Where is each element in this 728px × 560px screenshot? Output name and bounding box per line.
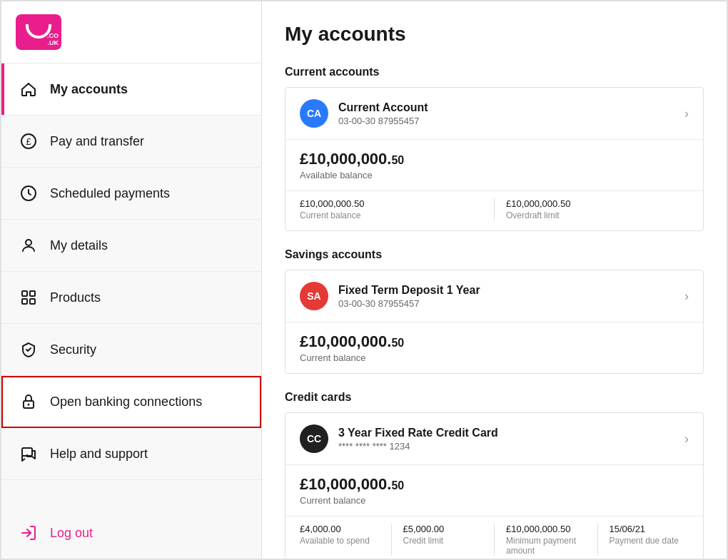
svg-rect-4	[22, 291, 27, 296]
sidebar-item-security[interactable]: Security	[1, 324, 261, 376]
page-title: My accounts	[285, 23, 704, 46]
payment-due-date-label: Payment due date	[610, 536, 689, 546]
current-account-balance-main: £10,000,000.	[300, 150, 391, 168]
current-account-info: Current Account 03-00-30 87955457	[338, 101, 684, 126]
savings-account-header[interactable]: SA Fixed Term Deposit 1 Year 03-00-30 87…	[285, 270, 703, 322]
sidebar-item-open-banking[interactable]: Open banking connections	[1, 376, 261, 428]
current-account-header[interactable]: CA Current Account 03-00-30 87955457 ›	[285, 88, 703, 140]
available-to-spend-value: £4,000.00	[300, 524, 380, 534]
credit-card-header[interactable]: CC 3 Year Fixed Rate Credit Card **** **…	[285, 413, 703, 465]
min-payment-detail: £10,000,000.50 Minimum payment amount	[506, 524, 598, 556]
sidebar-item-help-and-support[interactable]: Help and support	[1, 428, 261, 480]
credit-card-balance-section: £10,000,000.50 Current balance	[285, 465, 703, 516]
payment-due-date-detail: 15/06/21 Payment due date	[610, 524, 689, 556]
current-accounts-title: Current accounts	[285, 66, 704, 78]
savings-accounts-section: Savings accounts SA Fixed Term Deposit 1…	[285, 248, 704, 374]
sidebar: .CO.UK My accounts £ Pay and transfer	[1, 1, 262, 559]
current-account-name: Current Account	[338, 101, 684, 114]
savings-account-balance-section: £10,000,000.50 Current balance	[285, 322, 703, 373]
shield-icon	[19, 340, 39, 360]
sidebar-item-label-help-and-support: Help and support	[50, 447, 148, 462]
sidebar-item-label-my-details: My details	[50, 238, 108, 253]
active-indicator	[1, 63, 4, 115]
overdraft-limit-label: Overdraft limit	[506, 210, 689, 220]
current-accounts-section: Current accounts CA Current Account 03-0…	[285, 66, 704, 231]
current-balance-label: Current balance	[300, 210, 482, 220]
logo-text: .CO.UK	[47, 33, 59, 47]
savings-account-card: SA Fixed Term Deposit 1 Year 03-00-30 87…	[285, 270, 704, 374]
savings-account-avatar: SA	[300, 282, 328, 310]
sidebar-item-my-details[interactable]: My details	[1, 220, 261, 272]
savings-account-balance-label: Current balance	[300, 352, 689, 363]
credit-limit-value: £5,000.00	[403, 524, 483, 534]
credit-card-balance-pence: 50	[391, 479, 404, 492]
main-content: My accounts Current accounts CA Current …	[262, 1, 727, 559]
current-account-balance-pence: 50	[391, 154, 404, 166]
logout-label: Log out	[50, 526, 93, 541]
products-icon	[19, 287, 39, 307]
credit-card-chevron-icon: ›	[684, 432, 689, 447]
help-icon	[19, 444, 39, 464]
logo-area: .CO.UK	[1, 1, 261, 63]
logout-icon	[19, 523, 39, 543]
logout-button[interactable]: Log out	[1, 507, 261, 559]
credit-card-info: 3 Year Fixed Rate Credit Card **** **** …	[338, 427, 684, 452]
sidebar-item-products[interactable]: Products	[1, 272, 261, 324]
credit-cards-section: Credit cards CC 3 Year Fixed Rate Credit…	[285, 391, 704, 559]
current-balance-detail: £10,000,000.50 Current balance	[300, 198, 495, 220]
savings-account-balance: £10,000,000.50	[300, 332, 689, 351]
home-icon	[19, 79, 39, 99]
overdraft-limit-detail: £10,000,000.50 Overdraft limit	[506, 198, 689, 220]
savings-account-name: Fixed Term Deposit 1 Year	[338, 284, 684, 297]
credit-limit-detail: £5,000.00 Credit limit	[403, 524, 495, 556]
current-account-chevron-icon: ›	[684, 106, 689, 121]
sidebar-item-scheduled-payments[interactable]: Scheduled payments	[1, 168, 261, 220]
person-icon	[19, 235, 39, 255]
svg-rect-5	[30, 291, 35, 296]
savings-account-balance-pence: 50	[391, 337, 404, 349]
sidebar-item-my-accounts[interactable]: My accounts	[1, 63, 261, 116]
savings-accounts-title: Savings accounts	[285, 248, 704, 261]
credit-card-balance-main: £10,000,000.	[300, 475, 391, 493]
svg-rect-7	[30, 299, 35, 304]
current-account-balance: £10,000,000.50	[300, 150, 689, 168]
savings-account-info: Fixed Term Deposit 1 Year 03-00-30 87955…	[338, 284, 684, 309]
sidebar-item-label-pay-and-transfer: Pay and transfer	[50, 134, 144, 149]
available-to-spend-label: Available to spend	[300, 536, 380, 546]
current-account-number: 03-00-30 87955457	[338, 116, 684, 126]
sidebar-item-label-scheduled-payments: Scheduled payments	[50, 186, 170, 201]
credit-card-card: CC 3 Year Fixed Rate Credit Card **** **…	[285, 412, 704, 559]
credit-card-balance: £10,000,000.50	[300, 475, 689, 494]
credit-card-avatar: CC	[300, 424, 328, 453]
current-account-card: CA Current Account 03-00-30 87955457 › £…	[285, 87, 704, 231]
current-account-details-row: £10,000,000.50 Current balance £10,000,0…	[285, 190, 703, 230]
open-banking-lock-icon	[19, 392, 39, 412]
clock-icon	[19, 183, 39, 203]
pound-circle-icon: £	[19, 131, 39, 151]
sidebar-item-pay-and-transfer[interactable]: £ Pay and transfer	[1, 116, 261, 168]
current-balance-value: £10,000,000.50	[300, 198, 482, 209]
sidebar-item-label-products: Products	[50, 290, 101, 305]
payment-due-date-value: 15/06/21	[610, 524, 689, 534]
credit-card-balance-label: Current balance	[300, 495, 689, 506]
min-payment-value: £10,000,000.50	[506, 524, 586, 534]
svg-point-9	[28, 404, 30, 406]
savings-account-chevron-icon: ›	[684, 289, 689, 304]
svg-text:£: £	[26, 136, 31, 147]
logo: .CO.UK	[16, 14, 61, 50]
savings-account-balance-main: £10,000,000.	[300, 332, 391, 350]
overdraft-limit-value: £10,000,000.50	[506, 198, 689, 209]
current-account-balance-label: Available balance	[300, 170, 689, 180]
current-account-avatar: CA	[300, 99, 328, 128]
available-to-spend-detail: £4,000.00 Available to spend	[300, 524, 392, 556]
current-account-balance-section: £10,000,000.50 Available balance	[285, 140, 703, 190]
credit-card-details-row: £4,000.00 Available to spend £5,000.00 C…	[285, 516, 703, 559]
credit-limit-label: Credit limit	[403, 536, 483, 546]
savings-account-number: 03-00-30 87955457	[338, 298, 684, 309]
min-payment-label: Minimum payment amount	[506, 536, 586, 556]
svg-rect-6	[22, 299, 27, 304]
credit-card-number: **** **** **** 1234	[338, 441, 684, 452]
sidebar-item-label-open-banking: Open banking connections	[50, 394, 202, 409]
credit-card-name: 3 Year Fixed Rate Credit Card	[338, 427, 684, 439]
svg-point-3	[26, 240, 31, 245]
